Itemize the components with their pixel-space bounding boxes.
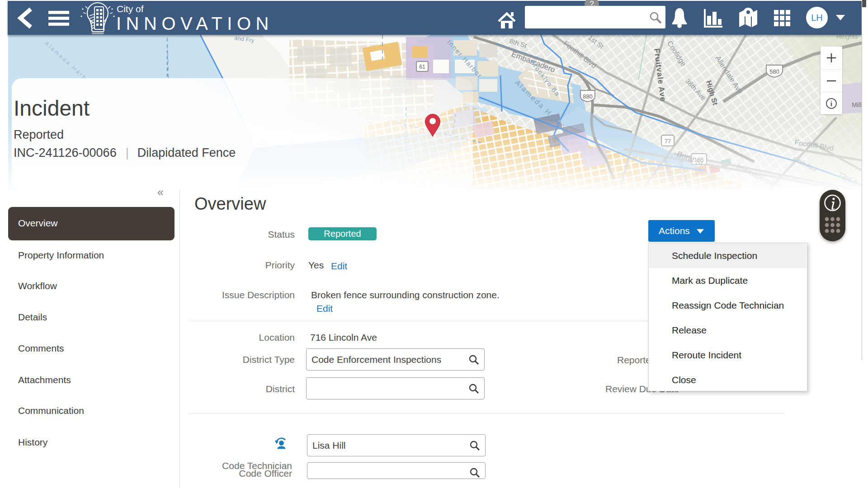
svg-text:City of: City of	[117, 4, 144, 14]
svg-text:INNOVATION: INNOVATION	[116, 14, 274, 33]
